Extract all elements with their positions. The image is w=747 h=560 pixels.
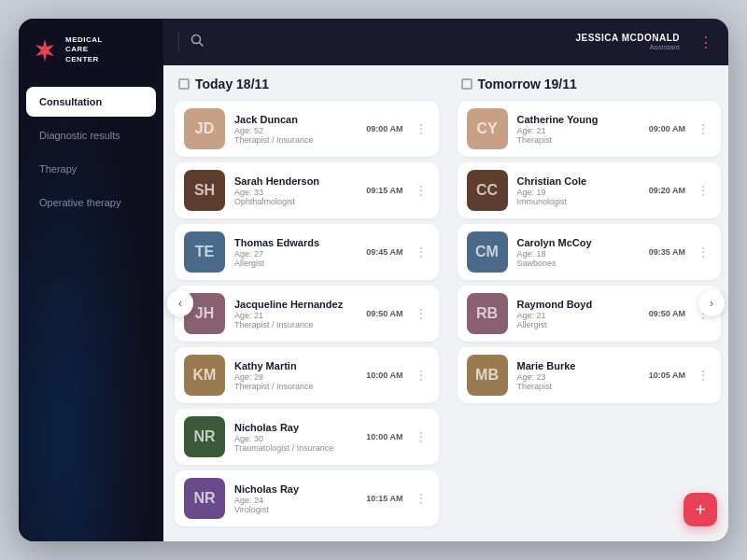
svg-line-1: [200, 43, 204, 47]
avatar: CY: [467, 108, 508, 149]
card-menu-button[interactable]: ⋮: [413, 306, 430, 321]
avatar: NR: [184, 478, 225, 519]
today-title: Today 18/11: [195, 77, 269, 91]
user-info: JESSICA MCDONALD Assistant: [575, 33, 680, 51]
sidebar-item-consultation[interactable]: Consultation: [26, 87, 156, 117]
avatar: NR: [184, 416, 225, 457]
tomorrow-cards: CYCatherine YoungAge: 21Therapist09:00 A…: [458, 101, 722, 403]
calendar-icon-tomorrow: [461, 78, 472, 90]
patient-card[interactable]: NRNicholas RayAge: 30Traumatologist / In…: [175, 409, 439, 465]
patient-card[interactable]: MBMarie BurkeAge: 23Therapist10:05 AM⋮: [458, 347, 722, 403]
patient-specialty: Therapist / Insurance: [234, 320, 357, 329]
main-content: JESSICA MCDONALD Assistant ⋮ ‹ Today 18/…: [163, 19, 728, 541]
header: JESSICA MCDONALD Assistant ⋮: [163, 19, 728, 65]
card-menu-button[interactable]: ⋮: [413, 245, 430, 259]
patient-card[interactable]: KMKathy MartinAge: 28Therapist / Insuran…: [175, 347, 439, 403]
patient-info: Jack DuncanAge: 52Therapist / Insurance: [234, 114, 357, 145]
patient-info: Marie BurkeAge: 23Therapist: [517, 360, 640, 391]
patient-age: Age: 33: [234, 188, 357, 197]
card-menu-button[interactable]: ⋮: [695, 183, 712, 198]
header-divider: [178, 31, 179, 53]
tomorrow-title: Tomorrow 19/11: [478, 77, 577, 91]
avatar: CM: [467, 231, 508, 273]
logo-text: MEDICAL CARE CENTER: [65, 35, 103, 64]
patient-time: 10:15 AM: [366, 494, 402, 503]
patient-info: Kathy MartinAge: 28Therapist / Insurance: [234, 360, 357, 391]
card-menu-button[interactable]: ⋮: [695, 245, 712, 259]
patient-time: 09:50 AM: [366, 309, 402, 318]
sidebar-nav: Consultation Diagnostic results Therapy …: [19, 77, 163, 541]
patient-card[interactable]: NRNicholas RayAge: 24Virologist10:15 AM⋮: [175, 470, 439, 526]
schedule-area: ‹ Today 18/11 JDJack DuncanAge: 52Therap…: [163, 65, 728, 541]
card-menu-button[interactable]: ⋮: [695, 368, 712, 383]
patient-age: Age: 23: [517, 372, 640, 382]
card-menu-button[interactable]: ⋮: [413, 121, 430, 136]
patient-specialty: Immunologist: [517, 197, 640, 206]
patient-specialty: Sawbones: [517, 259, 640, 268]
patient-time: 09:35 AM: [649, 247, 685, 257]
patient-specialty: Allergist: [234, 259, 357, 268]
patient-card[interactable]: CCChristian ColeAge: 19Immunologist09:20…: [458, 162, 722, 218]
app-container: MEDICAL CARE CENTER Consultation Diagnos…: [19, 19, 728, 541]
patient-card[interactable]: JDJack DuncanAge: 52Therapist / Insuranc…: [175, 101, 439, 157]
patient-name: Jacqueline Hernandez: [234, 299, 357, 310]
patient-name: Sarah Henderson: [234, 175, 357, 187]
add-appointment-button[interactable]: +: [684, 493, 717, 526]
patient-card[interactable]: TEThomas EdwardsAge: 27Allergist09:45 AM…: [175, 224, 439, 280]
patient-age: Age: 19: [517, 188, 640, 197]
patient-name: Jack Duncan: [234, 114, 357, 125]
patient-time: 09:45 AM: [366, 247, 402, 257]
patient-time: 09:20 AM: [649, 186, 685, 195]
patient-time: 09:15 AM: [366, 186, 402, 195]
patient-name: Christian Cole: [517, 175, 640, 187]
patient-name: Thomas Edwards: [234, 237, 357, 248]
patient-time: 10:00 AM: [366, 371, 402, 380]
avatar: SH: [184, 170, 225, 211]
user-role: Assistant: [575, 43, 680, 51]
patient-info: Thomas EdwardsAge: 27Allergist: [234, 237, 357, 268]
patient-specialty: Virologist: [234, 505, 357, 514]
patient-info: Jacqueline HernandezAge: 21Therapist / I…: [234, 299, 357, 329]
card-menu-button[interactable]: ⋮: [413, 491, 430, 506]
sidebar-item-therapy[interactable]: Therapy: [26, 154, 156, 184]
patient-age: Age: 27: [234, 249, 357, 259]
card-menu-button[interactable]: ⋮: [695, 121, 712, 136]
card-menu-button[interactable]: ⋮: [413, 183, 430, 198]
patient-card[interactable]: RBRaymond BoydAge: 21Allergist09:50 AM⋮: [458, 286, 722, 342]
search-icon[interactable]: [190, 34, 204, 50]
patient-age: Age: 21: [517, 126, 640, 135]
patient-age: Age: 18: [517, 249, 640, 259]
next-arrow[interactable]: ›: [698, 290, 725, 316]
user-name: JESSICA MCDONALD: [575, 33, 680, 43]
tomorrow-column: Tomorrow 19/11 CYCatherine YoungAge: 21T…: [446, 65, 729, 541]
patient-card[interactable]: CMCarolyn McCoyAge: 18Sawbones09:35 AM⋮: [458, 224, 722, 280]
sidebar: MEDICAL CARE CENTER Consultation Diagnos…: [19, 19, 163, 541]
patient-info: Carolyn McCoyAge: 18Sawbones: [517, 237, 640, 268]
patient-name: Nicholas Ray: [234, 422, 357, 433]
sidebar-item-operative[interactable]: Operative therapy: [26, 188, 156, 217]
logo: MEDICAL CARE CENTER: [19, 19, 163, 77]
sidebar-item-diagnostic[interactable]: Diagnostic results: [26, 120, 156, 150]
calendar-icon-today: [178, 78, 190, 90]
patient-age: Age: 21: [234, 311, 357, 320]
card-menu-button[interactable]: ⋮: [413, 368, 430, 383]
patient-age: Age: 30: [234, 434, 357, 443]
patient-specialty: Ophthalmologist: [234, 197, 357, 206]
card-menu-button[interactable]: ⋮: [413, 429, 430, 444]
avatar: TE: [184, 231, 225, 273]
prev-arrow[interactable]: ‹: [167, 290, 193, 316]
patient-time: 09:00 AM: [649, 124, 685, 133]
patient-card[interactable]: CYCatherine YoungAge: 21Therapist09:00 A…: [458, 101, 722, 157]
patient-age: Age: 28: [234, 372, 357, 382]
patient-specialty: Therapist / Insurance: [234, 382, 357, 391]
patient-specialty: Therapist / Insurance: [234, 135, 357, 145]
patient-time: 09:50 AM: [649, 309, 685, 318]
patient-card[interactable]: JHJacqueline HernandezAge: 21Therapist /…: [175, 286, 439, 342]
avatar: CC: [467, 170, 508, 211]
patient-specialty: Traumatologist / Insurance: [234, 443, 357, 453]
patient-specialty: Therapist: [517, 135, 640, 145]
header-menu-icon[interactable]: ⋮: [698, 34, 713, 51]
patient-info: Catherine YoungAge: 21Therapist: [517, 114, 640, 145]
patient-name: Catherine Young: [517, 114, 640, 125]
patient-card[interactable]: SHSarah HendersonAge: 33Ophthalmologist0…: [175, 162, 439, 218]
